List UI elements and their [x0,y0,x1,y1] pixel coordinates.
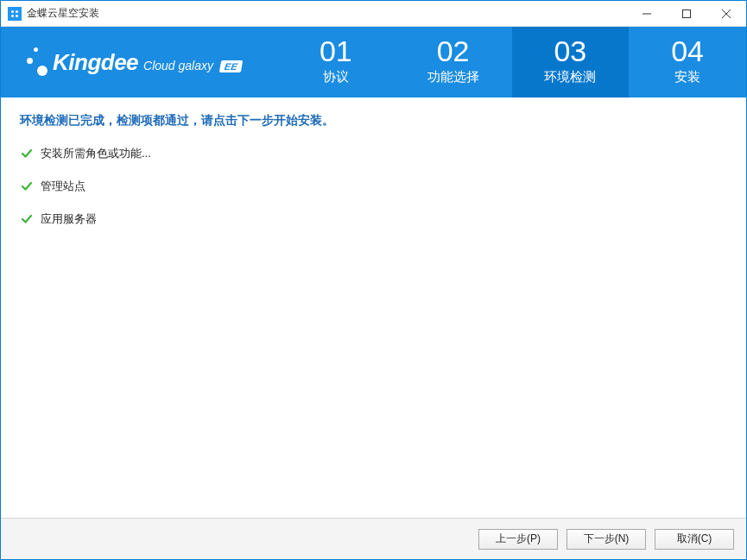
close-icon [722,9,731,18]
close-button[interactable] [706,1,746,27]
check-item: 安装所需角色或功能... [20,146,727,161]
previous-button[interactable]: 上一步(P) [478,529,558,550]
brand-subtitle: Cloud galaxy [143,59,213,72]
next-button[interactable]: 下一步(N) [567,529,646,550]
step-label: 安装 [674,69,700,85]
maximize-button[interactable] [667,1,706,27]
step-number: 04 [671,36,704,66]
svg-rect-1 [683,9,691,17]
check-item-label: 安装所需角色或功能... [41,146,151,161]
check-item-label: 管理站点 [41,179,85,194]
step-environment-check[interactable]: 03 环境检测 [512,27,630,98]
step-number: 02 [437,36,470,66]
step-label: 协议 [323,69,349,85]
brand-area: Kingdee Cloud galaxy EE [1,27,277,98]
checkmark-icon [20,147,34,160]
cancel-button[interactable]: 取消(C) [655,529,734,550]
footer: 上一步(P) 下一步(N) 取消(C) [1,518,746,559]
check-item: 管理站点 [20,179,727,194]
check-item: 应用服务器 [20,211,727,227]
wizard-steps: 01 协议 02 功能选择 03 环境检测 04 安装 [277,27,746,98]
maximize-icon [682,9,691,18]
step-number: 03 [554,36,586,66]
titlebar: 金蝶云星空安装 [1,1,746,27]
check-item-label: 应用服务器 [41,211,97,227]
minimize-button[interactable] [627,1,667,27]
step-features[interactable]: 02 功能选择 [395,27,512,98]
checkmark-icon [20,212,34,226]
minimize-icon [643,9,651,18]
brand-logo-icon [20,45,47,79]
checkmark-icon [20,179,34,193]
step-agreement[interactable]: 01 协议 [277,27,395,98]
main-content: 环境检测已完成，检测项都通过，请点击下一步开始安装。 安装所需角色或功能... … [1,98,746,518]
step-label: 功能选择 [427,69,479,85]
step-label: 环境检测 [544,69,596,85]
check-list: 安装所需角色或功能... 管理站点 应用服务器 [20,146,727,227]
window-title: 金蝶云星空安装 [27,6,99,21]
brand-name: Kingdee [53,49,138,76]
app-icon [8,7,22,21]
header-banner: Kingdee Cloud galaxy EE 01 协议 02 功能选择 03… [1,27,746,98]
brand-text: Kingdee Cloud galaxy EE [53,49,242,76]
brand-badge: EE [219,60,243,72]
status-message: 环境检测已完成，检测项都通过，请点击下一步开始安装。 [20,113,727,129]
step-install[interactable]: 04 安装 [629,27,746,98]
step-number: 01 [320,36,352,66]
